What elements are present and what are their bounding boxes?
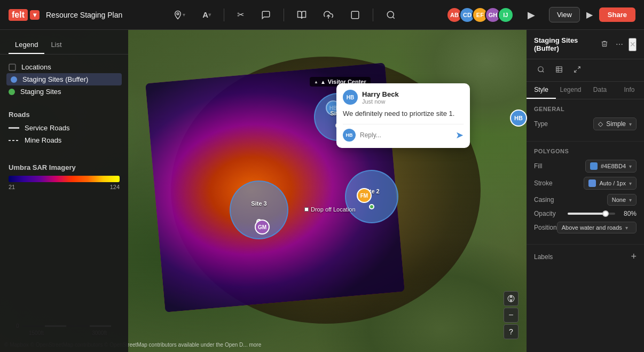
service-roads-line	[9, 127, 19, 129]
style-panel: Staging Sites (Buffer) ⋯ × Style Legend …	[527, 30, 644, 352]
legend-item-staging-buffer[interactable]: Staging Sites (Buffer)	[6, 73, 122, 85]
fill-hex-value: #4E8BD4	[601, 163, 626, 169]
drop-off-location[interactable]: Drop off Location	[304, 206, 356, 213]
polygons-section-title: Polygons	[534, 148, 637, 154]
fill-color-selector[interactable]: #4E8BD4 ▾	[585, 160, 637, 173]
expand-view-button[interactable]	[570, 64, 584, 77]
legend-staging-sites-label: Staging Sites	[20, 88, 61, 96]
share-button[interactable]: Share	[599, 7, 635, 22]
legend-tab-list[interactable]: List	[44, 36, 68, 54]
legend-item-service-roads[interactable]: Service Roads	[9, 122, 120, 134]
avatar-5: IJ	[498, 7, 514, 23]
stroke-selector[interactable]: Auto / 1px ▾	[584, 177, 637, 190]
add-label-button[interactable]: +	[631, 251, 637, 262]
reply-input[interactable]	[360, 131, 451, 139]
pin-tool-button[interactable]: ▾	[169, 8, 190, 22]
stroke-row: Stroke Auto / 1px ▾	[534, 177, 637, 190]
app-chevron[interactable]: ▾	[30, 10, 40, 20]
felt-logo[interactable]: felt ▾	[9, 9, 40, 21]
navbar-left: felt ▾ Resource Staging Plan	[9, 9, 122, 21]
heatmap-bar	[9, 176, 120, 182]
svg-line-3	[392, 17, 394, 18]
collaborator-avatars: AB CD EF GH IJ	[446, 7, 514, 23]
help-button[interactable]: ?	[504, 324, 519, 339]
upload-tool-button[interactable]	[319, 8, 337, 22]
casing-selector[interactable]: None ▾	[607, 194, 637, 206]
visitor-center-icon: ▲	[320, 79, 326, 85]
site2-bubble[interactable]: Site 2	[345, 170, 398, 223]
position-value: Above water and roads	[562, 224, 622, 231]
position-selector[interactable]: Above water and roads ▾	[557, 222, 637, 233]
view-button[interactable]: View	[549, 7, 580, 22]
type-value: Simple	[606, 120, 626, 128]
zoom-in-button[interactable]: −	[504, 308, 519, 323]
comment-reply-area[interactable]: HB ➤	[343, 124, 464, 142]
toolbar-separator-2	[284, 9, 284, 21]
stroke-dropdown-arrow: ▾	[629, 181, 632, 186]
imagery-section-title: Umbra SAR Imagery	[9, 163, 120, 171]
legend-mine-roads-label: Mine Roads	[25, 136, 61, 144]
comment-time: Just now	[362, 98, 399, 105]
search-features-button[interactable]	[534, 64, 548, 77]
map-avatar-gm[interactable]: GM	[255, 220, 270, 234]
legend-tabs: Legend List	[0, 30, 128, 54]
legend-service-roads-label: Service Roads	[25, 124, 70, 132]
opacity-label: Opacity	[534, 210, 563, 217]
legend-locations-label: Locations	[21, 63, 51, 71]
tab-style[interactable]: Style	[527, 82, 556, 99]
casing-row: Casing None ▾	[534, 194, 637, 206]
reply-send-button[interactable]: ➤	[455, 129, 464, 141]
tab-legend[interactable]: Legend	[556, 82, 585, 99]
stroke-color-swatch	[588, 179, 596, 187]
opacity-row: Opacity 80%	[534, 210, 637, 217]
layers-tool-button[interactable]	[346, 8, 364, 22]
svg-rect-13	[556, 67, 562, 73]
map-title: Resource Staging Plan	[46, 11, 122, 19]
staging-buffer-color	[11, 76, 17, 83]
navbar-right: AB CD EF GH IJ ▶ View ▶ Share	[446, 6, 635, 24]
close-panel-button[interactable]: ×	[629, 38, 637, 51]
labels-title: Labels	[534, 253, 553, 261]
heatmap-min: 21	[9, 184, 15, 190]
legend-item-mine-roads[interactable]: Mine Roads	[9, 134, 120, 146]
legend-item-locations[interactable]: Locations	[9, 61, 120, 73]
tab-data[interactable]: Data	[585, 82, 615, 99]
toolbar-separator-1	[224, 9, 224, 21]
hb-floating-avatar[interactable]: HB	[510, 109, 527, 127]
position-row: Position Above water and roads ▾	[534, 222, 637, 233]
type-dropdown-arrow: ▾	[629, 121, 632, 127]
panel-header-actions: ⋯ ×	[599, 38, 637, 51]
tab-info[interactable]: Info	[615, 82, 644, 99]
book-tool-button[interactable]	[293, 8, 311, 22]
roads-section-title: Roads	[9, 111, 120, 119]
general-section: General Type ◇ Simple ▾	[527, 99, 644, 142]
table-view-button[interactable]	[552, 64, 566, 77]
fill-label: Fill	[534, 162, 542, 170]
opacity-thumb	[602, 210, 609, 217]
felt-logo-text: felt	[9, 9, 28, 21]
more-options-button[interactable]: ⋯	[614, 39, 625, 50]
map-avatar-fm[interactable]: FM	[357, 188, 372, 203]
site2-dot	[369, 204, 374, 209]
comment-tool-button[interactable]	[257, 8, 275, 22]
toolbar: ▾ A ▾ ✂	[169, 7, 400, 22]
compass-button[interactable]	[504, 291, 519, 306]
drop-off-label: Drop off Location	[311, 206, 356, 213]
type-selector[interactable]: ◇ Simple ▾	[593, 118, 637, 130]
opacity-slider[interactable]	[568, 213, 615, 215]
mine-roads-line	[9, 140, 19, 141]
toolbar-separator-3	[373, 9, 373, 21]
panel-tools	[527, 59, 644, 82]
text-tool-button[interactable]: A ▾	[198, 8, 215, 21]
search-tool-button[interactable]	[382, 8, 400, 22]
present-toggle: ▶	[520, 6, 543, 24]
navbar: felt ▾ Resource Staging Plan ▾ A ▾ ✂	[0, 0, 644, 30]
delete-layer-button[interactable]	[599, 39, 610, 50]
comment-header: HB Harry Beck Just now	[343, 90, 464, 105]
play-button[interactable]: ▶	[586, 10, 593, 20]
svg-rect-1	[351, 11, 359, 19]
legend-tab-legend[interactable]: Legend	[9, 36, 44, 54]
scissors-tool-button[interactable]: ✂	[233, 7, 248, 22]
legend-item-staging-sites[interactable]: Staging Sites	[9, 85, 120, 98]
position-label: Position	[534, 224, 557, 231]
